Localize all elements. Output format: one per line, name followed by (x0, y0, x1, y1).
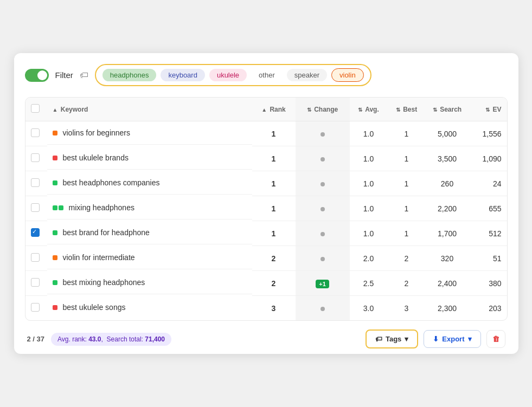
keyword-dot (53, 178, 57, 187)
avg-cell: 1.0 (350, 121, 388, 146)
footer-right: 🏷 Tags ▾ ⬇ Export ▾ 🗑 (366, 330, 505, 348)
chevron-down-icon-export: ▾ (468, 335, 472, 343)
keyword-dot (53, 153, 57, 162)
avg-cell: 1.0 (350, 146, 388, 171)
tag-other[interactable]: other (251, 69, 283, 81)
page-info: 2 / 37 (27, 335, 45, 343)
table-row: violins for beginners11.015,0001,556 (25, 121, 507, 146)
avg-cell: 1.0 (350, 221, 388, 246)
search-cell: 5,000 (426, 121, 469, 146)
keyword-dot (53, 253, 57, 262)
avg-cell: 2.5 (350, 271, 388, 296)
col-search[interactable]: ⇅ Search (426, 98, 469, 121)
best-cell: 3 (388, 296, 426, 321)
keyword-dot (53, 278, 57, 287)
row-checkbox[interactable] (31, 303, 40, 312)
ev-cell: 51 (469, 246, 507, 271)
keywords-table: ▲ Keyword ▲ Rank ⇅ Change ⇅ (25, 98, 507, 320)
keyword-dot (53, 203, 63, 212)
keyword-text: best ukulele brands (63, 153, 129, 162)
keyword-text: best ukulele songs (63, 303, 126, 312)
best-cell: 2 (388, 246, 426, 271)
rank-cell: 1 (252, 171, 296, 196)
keyword-cell: best ukulele songs (47, 296, 252, 319)
keyword-dot (53, 128, 57, 137)
tag-headphones[interactable]: headphones (102, 69, 157, 81)
change-dot (321, 157, 325, 161)
best-cell: 1 (388, 221, 426, 246)
rank-cell: 3 (252, 296, 296, 321)
keyword-cell: best brand for headphone (47, 221, 252, 244)
rank-cell: 1 (252, 196, 296, 221)
table-row: best ukulele songs33.032,300203 (25, 296, 507, 321)
keyword-text: violin for intermediate (63, 253, 135, 262)
col-ev[interactable]: ⇅ EV (469, 98, 507, 121)
keyword-text: mixing headphones (69, 203, 134, 212)
keyword-cell: best ukulele brands (47, 146, 252, 170)
select-all-checkbox[interactable] (31, 104, 40, 113)
row-checkbox[interactable] (31, 228, 40, 237)
export-button[interactable]: ⬇ Export ▾ (424, 330, 480, 348)
tag-icon-small: 🏷 (375, 335, 382, 343)
table-row: best ukulele brands11.013,5001,090 (25, 146, 507, 171)
row-checkbox[interactable] (31, 253, 40, 262)
col-rank[interactable]: ▲ Rank (252, 98, 296, 121)
table-container: ▲ Keyword ▲ Rank ⇅ Change ⇅ (25, 97, 508, 321)
row-checkbox[interactable] (31, 278, 40, 287)
change-dot (321, 307, 325, 311)
keyword-text: best mixing headphones (63, 278, 145, 287)
row-checkbox[interactable] (31, 178, 40, 187)
col-best[interactable]: ⇅ Best (388, 98, 426, 121)
tag-icon: 🏷 (80, 70, 88, 80)
change-dot (321, 182, 325, 186)
change-cell (296, 246, 350, 271)
best-cell: 1 (388, 146, 426, 171)
change-cell (296, 296, 350, 321)
change-cell (296, 146, 350, 171)
row-checkbox[interactable] (31, 153, 40, 162)
avg-cell: 3.0 (350, 296, 388, 321)
col-change[interactable]: ⇅ Change (296, 98, 350, 121)
ev-cell: 1,556 (469, 121, 507, 146)
change-cell (296, 121, 350, 146)
keyword-text: best headphones companies (63, 178, 160, 187)
filter-bar: Filter 🏷 headphones keyboard ukulele oth… (25, 64, 508, 86)
keyword-cell: violins for beginners (47, 121, 252, 145)
change-dot (321, 257, 325, 261)
rank-cell: 2 (252, 246, 296, 271)
row-checkbox[interactable] (31, 128, 40, 137)
tag-ukulele[interactable]: ukulele (209, 69, 247, 81)
tag-keyboard[interactable]: keyboard (161, 69, 204, 81)
search-cell: 260 (426, 171, 469, 196)
footer: 2 / 37 Avg. rank: 43.0, Search total: 71… (25, 330, 508, 348)
col-keyword[interactable]: ▲ Keyword (47, 98, 252, 121)
tags-button[interactable]: 🏷 Tags ▾ (366, 330, 418, 348)
rank-cell: 1 (252, 121, 296, 146)
stats-badge: Avg. rank: 43.0, Search total: 71,400 (51, 333, 171, 346)
change-dot (321, 232, 325, 236)
tag-speaker[interactable]: speaker (287, 69, 327, 81)
row-checkbox[interactable] (31, 203, 40, 212)
search-cell: 2,400 (426, 271, 469, 296)
keyword-cell: mixing headphones (47, 196, 252, 219)
search-cell: 1,700 (426, 221, 469, 246)
col-avg[interactable]: ⇅ Avg. (350, 98, 388, 121)
keyword-dot (53, 303, 57, 312)
search-cell: 2,300 (426, 296, 469, 321)
keyword-text: violins for beginners (63, 128, 131, 137)
filter-label: Filter (55, 70, 73, 80)
change-dot (321, 207, 325, 211)
ev-cell: 512 (469, 221, 507, 246)
keyword-text: best brand for headphone (63, 228, 150, 237)
table-row: best headphones companies11.0126024 (25, 171, 507, 196)
change-badge: +1 (316, 280, 329, 288)
ev-cell: 1,090 (469, 146, 507, 171)
table-header-row: ▲ Keyword ▲ Rank ⇅ Change ⇅ (25, 98, 507, 121)
table-row: best brand for headphone11.011,700512 (25, 221, 507, 246)
delete-button[interactable]: 🗑 (486, 330, 505, 348)
tag-violin[interactable]: violin (331, 68, 364, 82)
avg-cell: 2.0 (350, 246, 388, 271)
filter-toggle[interactable] (25, 69, 49, 82)
table-scroll[interactable]: ▲ Keyword ▲ Rank ⇅ Change ⇅ (25, 98, 507, 320)
download-icon: ⬇ (433, 335, 439, 343)
